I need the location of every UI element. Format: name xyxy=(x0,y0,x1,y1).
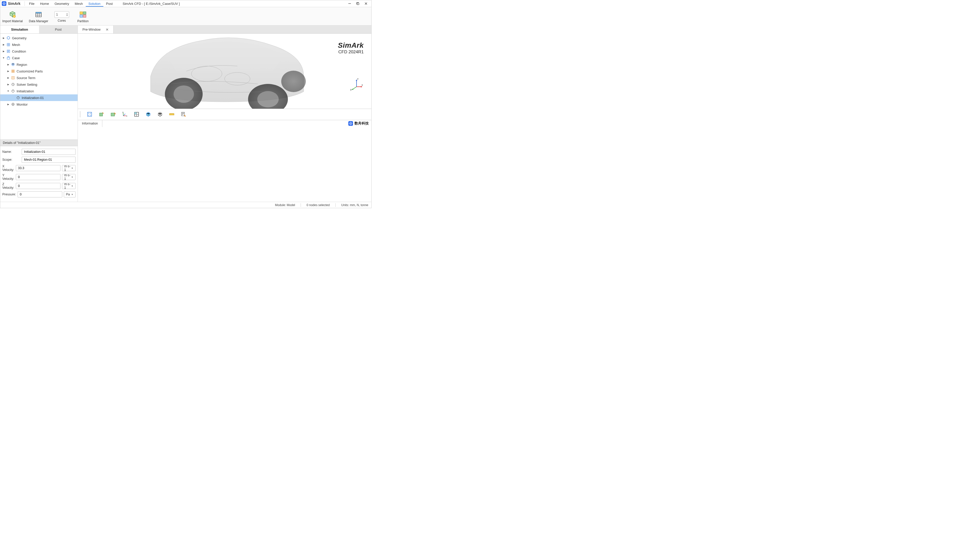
3d-viewport[interactable]: SimArk CFD 2024R1 xyxy=(78,34,371,109)
tree-node-source-term[interactable]: ▶Source Term xyxy=(0,75,78,81)
svg-point-27 xyxy=(257,91,279,107)
status-bar: Module: Model 0 nodes selected Units: mm… xyxy=(0,202,371,208)
tree-label: Case xyxy=(12,56,20,60)
menu-file[interactable]: File xyxy=(26,1,37,6)
menu-home[interactable]: Home xyxy=(37,1,52,6)
yvel-unit-select[interactable]: m·s-1▼ xyxy=(62,174,76,180)
tab-simulation[interactable]: Simulation xyxy=(0,25,39,33)
rotate-view-button[interactable] xyxy=(98,111,105,118)
svg-text:y: y xyxy=(123,111,124,113)
tree-node-region[interactable]: ▶Region xyxy=(0,61,78,68)
menu-mesh[interactable]: Mesh xyxy=(72,1,86,6)
press-input[interactable] xyxy=(18,191,62,197)
zvel-label: Z Velocity: xyxy=(2,183,14,189)
cores-value: 1 xyxy=(56,13,67,16)
zvel-input[interactable] xyxy=(16,183,60,189)
side-tabs: Simulation Post xyxy=(0,25,78,34)
svg-rect-15 xyxy=(13,70,14,71)
tree-label: Condition xyxy=(12,49,26,53)
close-button[interactable] xyxy=(362,1,370,6)
probe-button[interactable] xyxy=(180,111,187,118)
xvel-unit: m·s-1 xyxy=(64,165,72,171)
svg-point-25 xyxy=(173,86,194,103)
svg-rect-16 xyxy=(12,71,13,73)
cores-spinner[interactable]: 1 ▲▼ xyxy=(54,11,69,18)
grip-icon[interactable] xyxy=(80,111,81,117)
tree-node-initialization-01[interactable]: Initialization-01 xyxy=(0,94,78,101)
watermark-brand: SimArk xyxy=(338,41,364,49)
tree-label: Geometry xyxy=(12,36,27,40)
spinner-arrows-icon[interactable]: ▲▼ xyxy=(66,13,68,16)
logo-icon xyxy=(2,1,6,6)
tree-label: Solver Setting xyxy=(17,83,37,86)
iso-cube-button[interactable] xyxy=(145,111,152,118)
data-manager-button[interactable]: Data Manager xyxy=(29,11,48,23)
viewport-watermark: SimArk CFD 2024R1 xyxy=(338,41,364,55)
svg-rect-14 xyxy=(12,70,13,71)
fit-view-button[interactable] xyxy=(86,111,93,118)
svg-text:z: z xyxy=(357,78,359,80)
zvel-unit-select[interactable]: m·s-1▼ xyxy=(62,183,76,189)
import-material-button[interactable]: Import Material xyxy=(2,11,23,23)
case-icon xyxy=(6,56,11,60)
menu-geometry[interactable]: Geometry xyxy=(52,1,72,6)
model-tree[interactable]: ▶Geometry ▶Mesh ▶Condition ▼Case ▶Region… xyxy=(0,34,78,140)
split-view-button[interactable] xyxy=(133,111,140,118)
info-panel-body xyxy=(78,127,371,202)
svg-rect-2 xyxy=(357,3,359,5)
tree-node-initialization[interactable]: ▼Initialization xyxy=(0,88,78,94)
vendor-logo-icon xyxy=(348,121,353,126)
tree-node-customized-parts[interactable]: ▶Customized Parts xyxy=(0,68,78,75)
svg-text:y: y xyxy=(350,88,352,91)
data-manager-label: Data Manager xyxy=(29,19,48,23)
capture-button[interactable] xyxy=(110,111,117,118)
tree-node-geometry[interactable]: ▶Geometry xyxy=(0,35,78,41)
svg-rect-5 xyxy=(36,12,41,13)
doc-tab-pre-window[interactable]: Pre-Window ✕ xyxy=(78,25,114,33)
tree-node-solver-setting[interactable]: ▶Solver Setting xyxy=(0,81,78,88)
data-manager-icon xyxy=(35,11,42,18)
scope-input[interactable] xyxy=(22,157,76,163)
details-panel: Name: Scope: X Velocity: m·s-1▼ Y Veloci… xyxy=(0,146,78,202)
xvel-input[interactable] xyxy=(16,165,60,171)
vendor-brand: 数舟科技 xyxy=(348,121,369,126)
xvel-unit-select[interactable]: m·s-1▼ xyxy=(62,165,76,171)
tree-node-mesh[interactable]: ▶Mesh xyxy=(0,41,78,48)
tree-node-monitor[interactable]: ▶Monitor xyxy=(0,101,78,108)
tree-node-case[interactable]: ▼Case xyxy=(0,55,78,61)
chevron-down-icon: ▼ xyxy=(71,193,73,196)
svg-rect-35 xyxy=(100,113,103,116)
tree-label: Initialization xyxy=(17,89,34,93)
svg-text:x: x xyxy=(362,84,363,86)
axes-button[interactable]: yx xyxy=(121,111,128,118)
svg-rect-12 xyxy=(7,57,10,59)
tab-information[interactable]: Information xyxy=(78,120,102,127)
yvel-input[interactable] xyxy=(16,174,60,180)
wireframe-cube-button[interactable] xyxy=(156,111,164,118)
maximize-button[interactable] xyxy=(354,1,362,6)
viewport-toolbar: yx xyxy=(78,109,371,120)
condition-icon xyxy=(6,49,11,53)
init-icon xyxy=(11,89,15,93)
import-material-label: Import Material xyxy=(2,19,23,23)
import-material-icon xyxy=(9,11,16,18)
partition-button[interactable]: Partition xyxy=(75,11,91,23)
axis-triad-icon[interactable]: x y z xyxy=(349,76,364,91)
press-unit-select[interactable]: Pa▼ xyxy=(64,191,76,197)
cube-icon xyxy=(6,36,11,40)
svg-rect-7 xyxy=(83,12,86,14)
menu-post[interactable]: Post xyxy=(103,1,116,6)
tree-node-condition[interactable]: ▶Condition xyxy=(0,48,78,55)
zvel-unit: m·s-1 xyxy=(64,183,72,189)
tab-close-icon[interactable]: ✕ xyxy=(106,27,109,32)
tree-label: Initialization-01 xyxy=(22,96,44,100)
partition-icon xyxy=(79,11,87,18)
minimize-button[interactable] xyxy=(346,1,353,6)
svg-rect-6 xyxy=(80,12,83,14)
name-input[interactable] xyxy=(22,149,76,155)
tab-post[interactable]: Post xyxy=(39,25,78,33)
init-item-icon xyxy=(16,96,20,100)
measure-button[interactable] xyxy=(168,111,175,118)
menu-solution[interactable]: Solution xyxy=(86,1,103,6)
status-module: Module: Model xyxy=(275,203,295,207)
